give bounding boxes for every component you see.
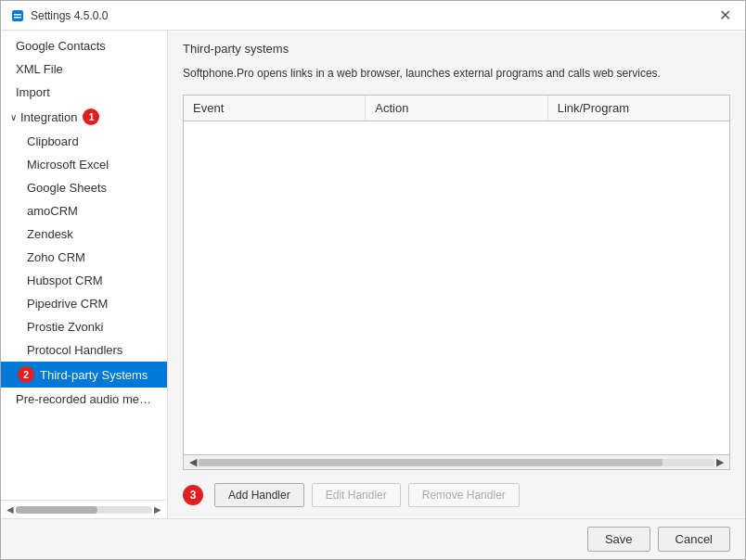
col-action: Action xyxy=(366,95,547,121)
col-link-program: Link/Program xyxy=(548,95,729,121)
sidebar-item-hubspot-crm[interactable]: Hubspot CRM xyxy=(1,269,167,292)
add-handler-button[interactable]: Add Handler xyxy=(214,483,304,507)
sidebar-item-pipedrive-crm[interactable]: Pipedrive CRM xyxy=(1,292,167,315)
sidebar-item-google-sheets[interactable]: Google Sheets xyxy=(1,176,167,199)
sidebar-item-zoho-crm[interactable]: Zoho CRM xyxy=(1,246,167,269)
third-party-badge: 2 xyxy=(18,366,34,383)
sidebar-item-pre-recorded-audio[interactable]: Pre-recorded audio messag xyxy=(1,388,167,411)
svg-rect-0 xyxy=(12,10,23,21)
sidebar-item-amocrm[interactable]: amoCRM xyxy=(1,199,167,223)
table-scroll-left[interactable]: ◀ xyxy=(187,456,199,468)
sidebar: Google Contacts XML File Import ∨ Integr… xyxy=(1,31,168,518)
scroll-left-arrow[interactable]: ◀ xyxy=(5,504,16,515)
table-scroll-right[interactable]: ▶ xyxy=(714,456,726,468)
step3-badge: 3 xyxy=(183,485,203,505)
chevron-down-icon: ∨ xyxy=(10,112,17,122)
sidebar-group-integration[interactable]: ∨ Integration 1 xyxy=(1,104,167,130)
main-content: Google Contacts XML File Import ∨ Integr… xyxy=(1,31,745,518)
sidebar-item-microsoft-excel[interactable]: Microsoft Excel xyxy=(1,153,167,176)
sidebar-item-protocol-handlers[interactable]: Protocol Handlers xyxy=(1,338,167,362)
button-row: 3 Add Handler Edit Handler Remove Handle… xyxy=(183,483,730,507)
sidebar-hscroll-track[interactable] xyxy=(16,506,152,514)
table-body[interactable] xyxy=(184,121,729,454)
close-button[interactable]: ✕ xyxy=(714,5,736,27)
save-button[interactable]: Save xyxy=(587,527,650,552)
sidebar-hscroll-thumb[interactable] xyxy=(16,506,97,514)
settings-window: Settings 4.5.0.0 ✕ Google Contacts XML F… xyxy=(0,0,746,560)
col-event: Event xyxy=(184,95,366,121)
table-hscroll-thumb[interactable] xyxy=(199,459,662,466)
sidebar-item-xml-file[interactable]: XML File xyxy=(1,57,167,81)
data-table: Event Action Link/Program ◀ ▶ xyxy=(183,95,730,470)
sidebar-item-google-contacts[interactable]: Google Contacts xyxy=(1,34,167,57)
description-text: Softphone.Pro opens links in a web brows… xyxy=(183,65,730,82)
integration-badge: 1 xyxy=(83,108,99,125)
svg-rect-2 xyxy=(14,17,21,19)
right-panel: Third-party systems Softphone.Pro opens … xyxy=(168,31,745,518)
table-hscroll-area[interactable]: ◀ ▶ xyxy=(184,454,729,469)
svg-rect-1 xyxy=(14,14,21,16)
edit-handler-button[interactable]: Edit Handler xyxy=(312,483,401,507)
app-icon xyxy=(10,8,25,23)
sidebar-item-zendesk[interactable]: Zendesk xyxy=(1,223,167,246)
scroll-right-arrow[interactable]: ▶ xyxy=(152,504,163,515)
footer: Save Cancel xyxy=(1,518,745,559)
title-bar: Settings 4.5.0.0 ✕ xyxy=(1,1,745,31)
sidebar-list: Google Contacts XML File Import ∨ Integr… xyxy=(1,31,167,500)
sidebar-item-third-party-systems[interactable]: 2 Third-party Systems xyxy=(1,362,167,388)
sidebar-item-import[interactable]: Import xyxy=(1,81,167,104)
table-header: Event Action Link/Program xyxy=(184,95,729,121)
sidebar-item-clipboard[interactable]: Clipboard xyxy=(1,130,167,153)
title-bar-text: Settings 4.5.0.0 xyxy=(31,9,714,22)
sidebar-item-prostie-zvonki[interactable]: Prostie Zvonki xyxy=(1,315,167,338)
remove-handler-button[interactable]: Remove Handler xyxy=(408,483,520,507)
section-title: Third-party systems xyxy=(183,42,730,56)
cancel-button[interactable]: Cancel xyxy=(658,527,730,552)
sidebar-horizontal-scrollbar[interactable]: ◀ ▶ xyxy=(1,500,167,518)
table-hscroll-track[interactable] xyxy=(199,459,714,466)
